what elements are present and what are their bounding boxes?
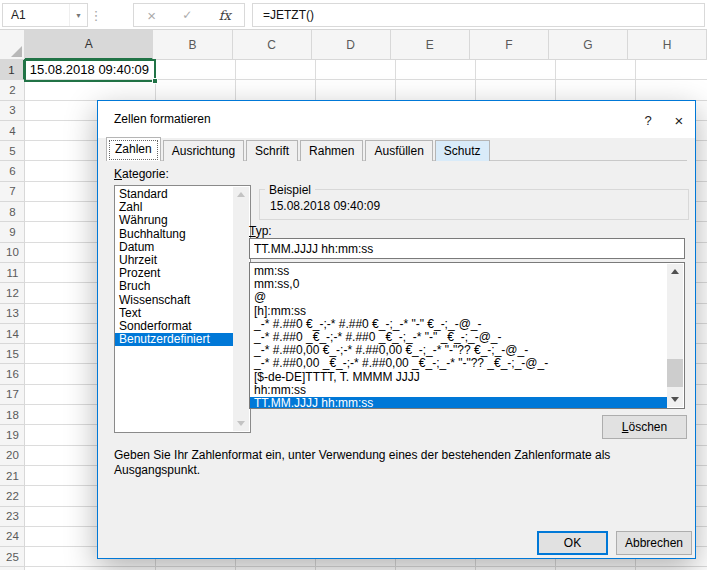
dialog-close-button[interactable]: × [665,108,693,132]
excel-window: A1 ▼ ⋮ × ✓ fx =JETZT() ABCDEFGH 12345678… [0,0,707,570]
example-label: Beispiel [265,183,315,197]
column-header[interactable]: H [628,30,707,60]
cancel-entry-icon[interactable]: × [147,8,156,23]
format-item[interactable]: _-* #.##0,00 €_-;-* #.##0,00 €_-;_-* "-"… [250,344,667,357]
row-header[interactable]: 24 [0,527,25,547]
help-icon: ? [644,113,651,128]
format-item[interactable]: TT.MM.JJJJ hh:mm:ss [250,397,667,409]
row-header[interactable]: 22 [0,486,25,506]
cancel-button[interactable]: Abbrechen [616,531,692,555]
row-header[interactable]: 12 [0,283,25,303]
column-header[interactable]: B [153,30,232,60]
category-item[interactable]: Prozent [115,267,233,280]
dialog-tab[interactable]: Rahmen [300,140,363,161]
row-header[interactable]: 10 [0,243,25,263]
dialog-help-button[interactable]: ? [634,108,662,132]
row-header[interactable]: 2 [0,80,25,100]
scroll-up-button[interactable] [233,187,249,202]
row-headers: 1234567891011121314151617181920212223242… [0,60,25,570]
category-item[interactable]: Uhrzeit [115,254,233,267]
format-item[interactable]: [$-de-DE]TTTT, T. MMMM JJJJ [250,371,667,384]
row-header[interactable]: 20 [0,446,25,466]
row-header[interactable]: 16 [0,364,25,384]
format-item[interactable]: _-* #.##0 €_-;-* #.##0 €_-;_-* "-" €_-;_… [250,318,667,331]
formula-buttons: × ✓ fx [133,3,245,27]
category-item[interactable]: Sonderformat [115,320,233,333]
column-header[interactable]: G [549,30,628,60]
active-cell-a1[interactable]: 15.08.2018 09:40:09 [24,59,156,82]
insert-function-icon[interactable]: fx [219,9,231,22]
row-header[interactable]: 15 [0,344,25,364]
close-icon: × [675,112,684,129]
type-input[interactable] [249,238,685,259]
format-item[interactable]: mm:ss [250,265,667,278]
dialog-tab[interactable]: Ausfüllen [365,140,432,161]
format-item[interactable]: _-* #.##0 _€_-;-* #.##0 _€_-;_-* "-" _€_… [250,331,667,344]
category-item[interactable]: Text [115,307,233,320]
row-header[interactable]: 13 [0,304,25,324]
row-header[interactable]: 17 [0,385,25,405]
category-label: Kategorie: [114,167,169,181]
column-header[interactable]: F [470,30,549,60]
separator-dots-icon: ⋮ [90,3,102,27]
dialog-help-text: Geben Sie Ihr Zahlenformat ein, unter Ve… [114,448,690,478]
dialog-title: Zellen formatieren [114,101,211,138]
dialog-titlebar[interactable]: Zellen formatieren ? × [98,101,695,138]
row-header[interactable]: 8 [0,202,25,222]
scroll-down-button[interactable] [667,392,683,407]
name-box[interactable]: A1 ▼ [2,3,88,27]
row-header[interactable]: 21 [0,466,25,486]
format-item[interactable]: mm:ss,0 [250,278,667,291]
row-header[interactable]: 19 [0,425,25,445]
format-cells-dialog: Zellen formatieren ? × ZahlenAusrichtung… [97,100,696,559]
delete-button[interactable]: Löschen [602,415,687,439]
category-item[interactable]: Datum [115,241,233,254]
dialog-tab[interactable]: Ausrichtung [163,140,244,161]
row-header[interactable]: 18 [0,405,25,425]
formula-strip: A1 ▼ ⋮ × ✓ fx =JETZT() [0,0,707,30]
row-header[interactable]: 1 [0,60,25,80]
scroll-down-button[interactable] [233,416,249,431]
category-item[interactable]: Standard [115,188,233,201]
format-scrollbar[interactable] [667,264,683,407]
row-header[interactable]: 23 [0,507,25,527]
dialog-tab[interactable]: Schrift [246,140,298,161]
dialog-tab[interactable]: Zahlen [106,137,161,161]
category-item[interactable]: Buchhaltung [115,228,233,241]
row-header[interactable]: 5 [0,141,25,161]
confirm-entry-icon[interactable]: ✓ [182,9,192,21]
scroll-up-button[interactable] [667,264,683,279]
column-header[interactable]: C [233,30,312,60]
category-item[interactable]: Bruch [115,280,233,293]
category-item[interactable]: Währung [115,214,233,227]
name-box-dropdown[interactable]: ▼ [69,4,87,26]
row-header[interactable]: 14 [0,324,25,344]
format-item[interactable]: [h]:mm:ss [250,305,667,318]
ok-button[interactable]: OK [537,531,608,555]
select-all-corner[interactable] [0,30,25,60]
category-item[interactable]: Wissenschaft [115,294,233,307]
category-item[interactable]: Benutzerdefiniert [115,333,233,346]
column-header[interactable]: E [391,30,470,60]
category-scrollbar[interactable] [233,187,249,431]
column-header[interactable]: D [312,30,391,60]
row-header[interactable]: 7 [0,182,25,202]
row-header[interactable]: 25 [0,547,25,567]
format-item[interactable]: @ [250,291,667,304]
format-item[interactable]: _-* #.##0,00 _€_-;-* #.##0,00 _€_-;_-* "… [250,357,667,370]
scroll-thumb[interactable] [667,359,683,387]
row-header[interactable]: 4 [0,121,25,141]
category-item[interactable]: Zahl [115,201,233,214]
format-item[interactable]: hh:mm:ss [250,384,667,397]
scroll-up-icon [671,269,679,274]
scroll-up-icon [237,192,245,197]
row-header[interactable]: 9 [0,222,25,242]
dialog-tab[interactable]: Schutz [435,140,490,161]
fill-handle[interactable] [152,78,158,84]
column-header[interactable]: A [25,30,153,60]
row-header[interactable]: 6 [0,161,25,181]
cell-reference: A1 [3,8,69,22]
row-header[interactable]: 3 [0,101,25,121]
row-header[interactable]: 11 [0,263,25,283]
formula-bar[interactable]: =JETZT() [252,3,705,27]
